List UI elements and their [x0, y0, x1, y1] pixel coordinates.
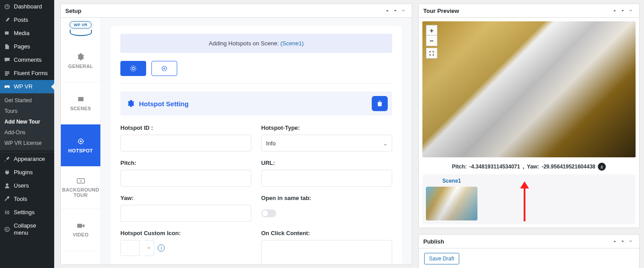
label-hotspot-type: Hotspot-Type:	[261, 124, 392, 131]
menu-label: Appearance	[14, 156, 45, 163]
field-yaw: Yaw:	[120, 195, 251, 222]
menu-label: Plugins	[14, 169, 33, 176]
menu-label: WP VR	[14, 83, 32, 90]
svg-point-6	[132, 67, 134, 69]
svg-rect-3	[77, 178, 84, 183]
setup-tab-background-tour[interactable]: BACKGROUND TOUR	[61, 167, 100, 209]
delete-hotspot-button[interactable]	[372, 96, 388, 111]
label-yaw: Yaw:	[120, 195, 251, 201]
fullscreen-button[interactable]	[426, 48, 437, 59]
field-custom-icon: Hotspot Custom Icon: i	[120, 230, 251, 257]
panel-title: Publish	[423, 238, 444, 245]
panel-down-icon[interactable]	[619, 237, 627, 245]
panel-toggle-icon[interactable]	[627, 237, 635, 245]
setup-content: Adding Hotspots on Scene: (Scene1)	[101, 18, 412, 264]
menu-wp-vr[interactable]: WP VR	[0, 80, 54, 93]
submenu-addons[interactable]: Add-Ons	[0, 127, 54, 138]
svg-point-7	[131, 66, 136, 71]
menu-label: Settings	[14, 209, 35, 216]
menu-settings[interactable]: Settings	[0, 206, 54, 219]
zoom-in-button[interactable]: +	[426, 25, 437, 36]
menu-dashboard[interactable]: Dashboard	[0, 0, 54, 13]
download-coords-button[interactable]	[598, 163, 606, 171]
setup-tab-brand: WP VR	[61, 18, 100, 40]
tab-label: SCENES	[70, 106, 91, 111]
menu-comments[interactable]: Comments	[0, 53, 54, 67]
dashboard-icon	[4, 3, 11, 10]
submenu-license[interactable]: WP VR License	[0, 138, 54, 148]
panel-toggle-icon[interactable]	[627, 7, 635, 15]
scene-thumb-scene1[interactable]: Scene1	[426, 178, 477, 220]
icon-dropdown-button[interactable]	[143, 240, 154, 256]
menu-label: Users	[14, 182, 29, 189]
setup-tabs: WP VR GENERAL SCENES	[61, 18, 101, 264]
section-title: Hotspot Setting	[139, 100, 189, 108]
menu-appearance[interactable]: Appearance	[0, 152, 54, 166]
menu-pages[interactable]: Pages	[0, 40, 54, 53]
toggle-open-same-tab[interactable]	[261, 209, 276, 217]
input-url[interactable]	[261, 170, 392, 187]
add-hotspot-button[interactable]	[151, 61, 177, 76]
field-hotspot-id: Hotspot ID :	[120, 124, 251, 152]
vr-icon	[4, 83, 11, 90]
label-pitch: Pitch:	[120, 160, 251, 166]
panel-up-icon[interactable]	[611, 7, 619, 15]
menu-fluent-forms[interactable]: Fluent Forms	[0, 67, 54, 80]
panel-down-icon[interactable]	[391, 7, 399, 15]
setup-tab-video[interactable]: VIDEO	[61, 209, 100, 251]
icon-preview-box	[120, 240, 140, 256]
panel-publish: Publish Save Draft 📌 Status: Draft Edit	[418, 234, 640, 268]
banner-scene-link[interactable]: (Scene1)	[280, 40, 304, 47]
menu-collapse[interactable]: Collapse menu	[0, 219, 54, 239]
submenu-tours[interactable]: Tours	[0, 106, 54, 116]
field-onclick: On Click Content:	[261, 230, 392, 264]
menu-tools[interactable]: Tools	[0, 192, 54, 206]
info-icon[interactable]: i	[158, 244, 165, 252]
zoom-out-button[interactable]: −	[426, 36, 437, 46]
input-hotspot-id[interactable]	[120, 135, 251, 152]
panel-publish-head: Publish	[419, 235, 639, 248]
menu-media[interactable]: Media	[0, 27, 54, 40]
menu-label: Tools	[14, 196, 27, 203]
panel-down-icon[interactable]	[619, 7, 627, 15]
menu-posts[interactable]: Posts	[0, 13, 54, 27]
tab-label: HOTSPOT	[68, 148, 93, 153]
form-icon	[4, 70, 11, 77]
panel-up-icon[interactable]	[611, 237, 619, 245]
input-yaw[interactable]	[120, 205, 251, 222]
input-onclick[interactable]	[261, 240, 392, 264]
sliders-icon	[4, 209, 11, 216]
media-icon	[4, 30, 11, 37]
setup-tab-hotspot[interactable]: HOTSPOT	[61, 124, 100, 167]
thumb-image	[426, 187, 477, 220]
submenu-add-new-tour[interactable]: Add New Tour	[0, 116, 54, 127]
menu-users[interactable]: Users	[0, 179, 54, 192]
tab-label: VIDEO	[73, 232, 89, 237]
setup-tab-scenes[interactable]: SCENES	[61, 82, 100, 124]
panel-title: Setup	[65, 8, 81, 14]
user-icon	[4, 182, 11, 189]
menu-label: Media	[14, 30, 29, 37]
panorama-viewer[interactable]: + −	[422, 21, 636, 157]
submenu-wp-vr: Get Started Tours Add New Tour Add-Ons W…	[0, 93, 54, 150]
menu-label: Dashboard	[14, 3, 42, 10]
menu-plugins[interactable]: Plugins	[0, 166, 54, 179]
yaw-key: Yaw:	[527, 164, 539, 170]
save-draft-button[interactable]: Save Draft	[424, 253, 459, 264]
menu-label: Pages	[14, 43, 30, 50]
field-url: URL:	[261, 160, 392, 187]
section-hotspot-setting: Hotspot Setting	[120, 92, 392, 116]
scene-banner: Adding Hotspots on Scene: (Scene1)	[120, 34, 392, 53]
wrench-icon	[4, 196, 11, 203]
panel-tour-preview: Tour Preview + −	[418, 4, 640, 228]
label-url: URL:	[261, 160, 392, 166]
hotspot-target-button[interactable]	[120, 61, 146, 76]
setup-tab-general[interactable]: GENERAL	[61, 40, 100, 82]
yaw-value: -29.956419521604438	[542, 164, 596, 170]
pitch-yaw-readout: Pitch: -4.348193114534071, Yaw: -29.9564…	[422, 163, 636, 171]
panel-up-icon[interactable]	[383, 7, 391, 15]
input-pitch[interactable]	[120, 170, 251, 187]
panel-toggle-icon[interactable]	[399, 7, 407, 15]
submenu-get-started[interactable]: Get Started	[0, 95, 54, 106]
select-hotspot-type[interactable]	[261, 135, 392, 152]
